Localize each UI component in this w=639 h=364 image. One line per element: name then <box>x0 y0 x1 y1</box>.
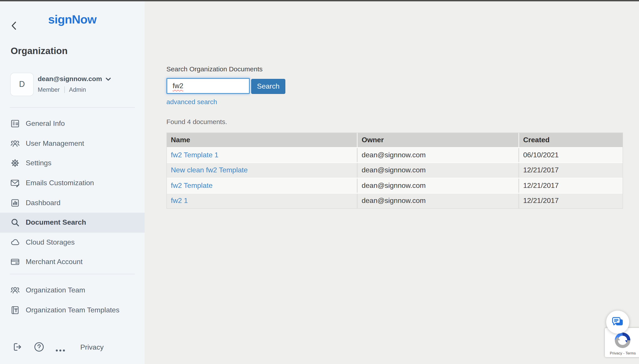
document-link[interactable]: fw2 Template 1 <box>171 151 219 159</box>
role-admin[interactable]: Admin <box>69 86 86 94</box>
account-email: dean@signnow.com <box>38 75 102 83</box>
sidebar-item-organization-team-templates[interactable]: Organization Team Templates <box>0 300 145 320</box>
created-cell: 12/21/2017 <box>518 163 622 178</box>
table-row: New clean fw2 Template dean@signnow.com … <box>167 162 622 178</box>
recaptcha-privacy-terms[interactable]: Privacy - Terms <box>605 351 639 355</box>
sidebar-item-cloud-storages[interactable]: Cloud Storages <box>0 232 145 252</box>
cloud-icon <box>10 238 20 247</box>
created-cell: 12/21/2017 <box>518 178 622 193</box>
chevron-down-icon <box>106 78 111 81</box>
users-icon <box>10 139 20 148</box>
sidebar-item-label: Organization Team <box>26 286 85 294</box>
results-summary: Found 4 documents. <box>166 118 227 126</box>
users-icon <box>10 286 20 295</box>
window-top-edge <box>0 0 639 1</box>
documents-table: Name Owner Created fw2 Template 1 dean@s… <box>166 132 623 208</box>
sidebar-divider <box>10 274 135 274</box>
sidebar-item-document-search[interactable]: Document Search <box>0 213 145 232</box>
owner-cell: dean@signnow.com <box>357 148 518 162</box>
sidebar-item-dashboard[interactable]: Dashboard <box>0 193 145 213</box>
more-options-button[interactable] <box>56 346 65 354</box>
column-header-owner: Owner <box>357 133 518 147</box>
search-icon <box>10 218 20 228</box>
page-title: Organization <box>11 45 68 57</box>
advanced-search-link[interactable]: advanced search <box>166 98 217 106</box>
search-input-value: fw2 <box>173 82 183 90</box>
owner-cell: dean@signnow.com <box>357 163 518 178</box>
help-button[interactable] <box>34 342 44 354</box>
sidebar-item-emails-customization[interactable]: Emails Customization <box>0 173 145 193</box>
created-cell: 12/21/2017 <box>518 194 622 208</box>
document-link[interactable]: fw2 1 <box>171 197 188 204</box>
column-header-name: Name <box>167 133 357 147</box>
envelope-brush-icon <box>10 178 20 188</box>
avatar-letter: D <box>19 80 25 89</box>
sidebar-divider <box>10 107 135 108</box>
main-content: Search Organization Documents fw2 Search… <box>145 0 639 364</box>
table-row: fw2 1 dean@signnow.com 12/21/2017 <box>167 193 622 208</box>
app-window: signNow Organization D dean@signnow.com … <box>0 0 639 364</box>
account-menu[interactable]: dean@signnow.com <box>38 75 111 83</box>
template-icon <box>10 305 20 315</box>
role-divider <box>64 86 65 93</box>
building-icon <box>10 119 20 129</box>
search-section-label: Search Organization Documents <box>166 65 263 73</box>
table-header-row: Name Owner Created <box>167 133 622 147</box>
sidebar-item-label: Cloud Storages <box>26 238 75 246</box>
search-button[interactable]: Search <box>251 79 285 94</box>
role-member[interactable]: Member <box>38 86 60 94</box>
document-link[interactable]: New clean fw2 Template <box>171 166 248 174</box>
sidebar-item-label: Dashboard <box>26 199 61 207</box>
sidebar-item-label: Document Search <box>26 219 86 227</box>
logout-icon <box>13 342 22 352</box>
table-body: fw2 Template 1 dean@signnow.com 06/10/20… <box>167 147 622 208</box>
table-row: fw2 Template 1 dean@signnow.com 06/10/20… <box>167 147 622 162</box>
privacy-link[interactable]: Privacy <box>80 343 104 351</box>
chat-widget-button[interactable] <box>606 310 629 334</box>
credit-card-icon <box>10 257 20 267</box>
owner-cell: dean@signnow.com <box>357 178 518 193</box>
logout-button[interactable] <box>13 342 22 354</box>
chat-bubbles-icon <box>612 316 624 328</box>
recaptcha-icon <box>614 332 631 349</box>
sidebar-item-settings[interactable]: Settings <box>0 153 145 173</box>
sidebar-footer: Privacy <box>0 339 145 357</box>
search-input[interactable]: fw2 <box>166 78 250 94</box>
sidebar-item-label: Emails Customization <box>26 179 94 187</box>
sidebar-item-label: Organization Team Templates <box>26 306 119 314</box>
sidebar-nav-primary: General Info User Management Sett <box>0 114 145 272</box>
question-circle-icon <box>34 342 44 352</box>
table-row: fw2 Template dean@signnow.com 12/21/2017 <box>167 178 622 193</box>
sidebar-nav-secondary: Organization Team Organization Team Temp… <box>0 280 145 320</box>
gear-icon <box>10 158 20 168</box>
created-cell: 06/10/2021 <box>518 148 622 162</box>
sidebar: signNow Organization D dean@signnow.com … <box>0 0 145 364</box>
sidebar-item-user-management[interactable]: User Management <box>0 134 145 153</box>
avatar: D <box>10 73 34 96</box>
account-roles: Member Admin <box>38 86 86 94</box>
signnow-logo: signNow <box>0 13 145 26</box>
ellipsis-icon <box>56 349 65 352</box>
sidebar-item-label: User Management <box>26 140 84 148</box>
sidebar-item-general-info[interactable]: General Info <box>0 114 145 134</box>
sidebar-item-label: General Info <box>26 120 65 128</box>
document-link[interactable]: fw2 Template <box>171 182 212 189</box>
sidebar-item-label: Merchant Account <box>26 258 83 266</box>
sidebar-item-label: Settings <box>26 159 52 167</box>
sidebar-item-merchant-account[interactable]: Merchant Account <box>0 252 145 272</box>
bar-chart-icon <box>10 198 20 208</box>
owner-cell: dean@signnow.com <box>357 194 518 208</box>
column-header-created: Created <box>518 133 622 147</box>
sidebar-item-organization-team[interactable]: Organization Team <box>0 280 145 300</box>
